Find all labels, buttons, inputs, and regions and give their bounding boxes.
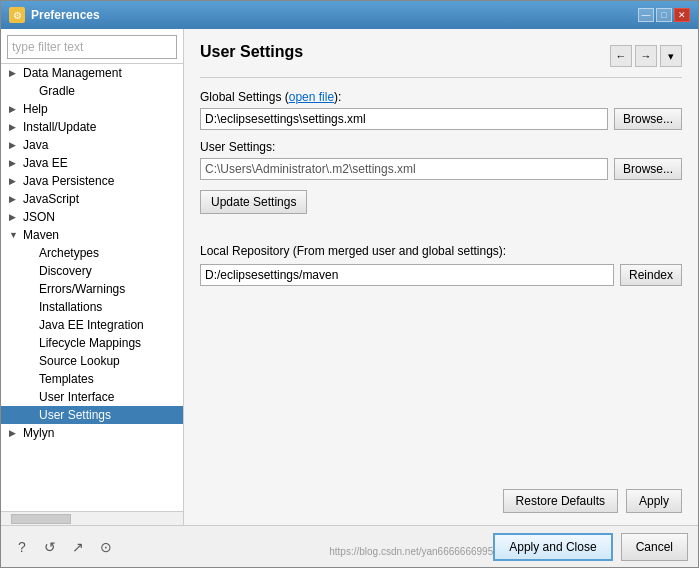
restore-defaults-button[interactable]: Restore Defaults: [503, 489, 618, 513]
global-browse-button[interactable]: Browse...: [614, 108, 682, 130]
horizontal-scrollbar[interactable]: [1, 511, 183, 525]
divider: [200, 77, 682, 78]
local-repo-input[interactable]: [200, 264, 614, 286]
global-settings-row: Browse...: [200, 108, 682, 130]
global-settings-label: Global Settings (open file):: [200, 90, 682, 104]
update-settings-section: Update Settings: [200, 190, 682, 228]
window-icon: ⚙: [9, 7, 25, 23]
tree-item-maven[interactable]: ▼ Maven: [1, 226, 183, 244]
tree-item-install-update[interactable]: ▶ Install/Update: [1, 118, 183, 136]
title-bar: ⚙ Preferences — □ ✕: [1, 1, 698, 29]
tree-item-lifecycle-mappings[interactable]: Lifecycle Mappings: [1, 334, 183, 352]
tree-item-gradle[interactable]: Gradle: [1, 82, 183, 100]
tree-item-data-management[interactable]: ▶ Data Management: [1, 64, 183, 82]
tree-label: Archetypes: [39, 246, 99, 260]
arrow-icon: ▶: [9, 140, 19, 150]
tree-label: Java EE Integration: [39, 318, 144, 332]
arrow-icon: ▶: [9, 194, 19, 204]
filter-input[interactable]: [7, 35, 177, 59]
open-file-link[interactable]: open file: [289, 90, 334, 104]
watermark: https://blog.csdn.net/yan6666666995: [329, 546, 493, 557]
tree-item-source-lookup[interactable]: Source Lookup: [1, 352, 183, 370]
forward-button[interactable]: →: [635, 45, 657, 67]
tree-item-errors-warnings[interactable]: Errors/Warnings: [1, 280, 183, 298]
window-title: Preferences: [31, 8, 100, 22]
tree-label: Templates: [39, 372, 94, 386]
preferences-window: ⚙ Preferences — □ ✕ ▶ Data Management: [0, 0, 699, 568]
tree-label: Help: [23, 102, 48, 116]
tree-label: Gradle: [39, 84, 75, 98]
user-browse-button[interactable]: Browse...: [614, 158, 682, 180]
bottom-buttons: Restore Defaults Apply: [200, 481, 682, 513]
tree-scroll-container: ▶ Data Management Gradle ▶ Help ▶ Instal…: [1, 64, 183, 511]
tree-item-java-ee[interactable]: ▶ Java EE: [1, 154, 183, 172]
tree-label: Installations: [39, 300, 102, 314]
arrow-icon: ▶: [9, 104, 19, 114]
right-header: User Settings ← → ▾: [200, 43, 682, 67]
content-area: ▶ Data Management Gradle ▶ Help ▶ Instal…: [1, 29, 698, 525]
tree-list: ▶ Data Management Gradle ▶ Help ▶ Instal…: [1, 64, 183, 511]
tree-item-java-ee-integration[interactable]: Java EE Integration: [1, 316, 183, 334]
footer-actions: Apply and Close Cancel: [493, 533, 688, 561]
global-settings-input[interactable]: [200, 108, 608, 130]
user-settings-label: User Settings:: [200, 140, 682, 154]
tree-label: Errors/Warnings: [39, 282, 125, 296]
update-settings-button[interactable]: Update Settings: [200, 190, 307, 214]
plugin-icon[interactable]: ⊙: [95, 536, 117, 558]
local-repo-label: Local Repository (From merged user and g…: [200, 244, 682, 258]
tree-label: Java Persistence: [23, 174, 114, 188]
tree-item-archetypes[interactable]: Archetypes: [1, 244, 183, 262]
filter-box: [1, 29, 183, 64]
history-dropdown-button[interactable]: ▾: [660, 45, 682, 67]
arrow-icon: ▶: [9, 122, 19, 132]
tree-item-mylyn[interactable]: ▶ Mylyn: [1, 424, 183, 442]
tree-label: Data Management: [23, 66, 122, 80]
cancel-button[interactable]: Cancel: [621, 533, 688, 561]
tree-item-installations[interactable]: Installations: [1, 298, 183, 316]
tree-label: JSON: [23, 210, 55, 224]
apply-close-button[interactable]: Apply and Close: [493, 533, 612, 561]
user-settings-row: Browse...: [200, 158, 682, 180]
help-icon[interactable]: ?: [11, 536, 33, 558]
tree-label: Java: [23, 138, 48, 152]
tree-item-java-persistence[interactable]: ▶ Java Persistence: [1, 172, 183, 190]
tree-item-user-interface[interactable]: User Interface: [1, 388, 183, 406]
tree-item-json[interactable]: ▶ JSON: [1, 208, 183, 226]
tree-label: Maven: [23, 228, 59, 242]
arrow-icon: ▶: [9, 212, 19, 222]
back-button[interactable]: ←: [610, 45, 632, 67]
tree-label: User Interface: [39, 390, 114, 404]
tree-item-help[interactable]: ▶ Help: [1, 100, 183, 118]
export-icon[interactable]: ↗: [67, 536, 89, 558]
tree-label: Source Lookup: [39, 354, 120, 368]
tree-label: User Settings: [39, 408, 111, 422]
minimize-button[interactable]: —: [638, 8, 654, 22]
footer: ? ↺ ↗ ⊙ https://blog.csdn.net/yan6666666…: [1, 525, 698, 567]
close-button[interactable]: ✕: [674, 8, 690, 22]
local-repo-row: Reindex: [200, 264, 682, 286]
footer-icons: ? ↺ ↗ ⊙: [11, 536, 117, 558]
scrollbar-thumb: [11, 514, 71, 524]
apply-button[interactable]: Apply: [626, 489, 682, 513]
arrow-icon: ▶: [9, 428, 19, 438]
tree-label: Discovery: [39, 264, 92, 278]
tree-label: JavaScript: [23, 192, 79, 206]
tree-item-javascript[interactable]: ▶ JavaScript: [1, 190, 183, 208]
left-panel: ▶ Data Management Gradle ▶ Help ▶ Instal…: [1, 29, 184, 525]
user-settings-input[interactable]: [200, 158, 608, 180]
tree-label: Install/Update: [23, 120, 96, 134]
tree-item-java[interactable]: ▶ Java: [1, 136, 183, 154]
reindex-button[interactable]: Reindex: [620, 264, 682, 286]
tree-label: Mylyn: [23, 426, 54, 440]
tree-label: Lifecycle Mappings: [39, 336, 141, 350]
arrow-icon: ▶: [9, 158, 19, 168]
toolbar: ← → ▾: [610, 45, 682, 67]
tree-item-discovery[interactable]: Discovery: [1, 262, 183, 280]
restore-icon[interactable]: ↺: [39, 536, 61, 558]
arrow-icon: ▼: [9, 230, 19, 240]
maximize-button[interactable]: □: [656, 8, 672, 22]
tree-label: Java EE: [23, 156, 68, 170]
tree-item-templates[interactable]: Templates: [1, 370, 183, 388]
tree-item-user-settings[interactable]: User Settings: [1, 406, 183, 424]
arrow-icon: ▶: [9, 176, 19, 186]
